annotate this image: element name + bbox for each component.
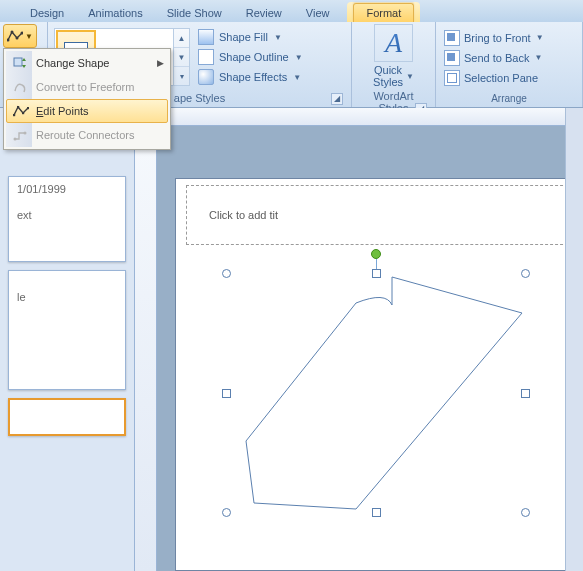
bring-front-icon (444, 30, 460, 46)
shape-fill-label: Shape Fill (219, 31, 268, 43)
chevron-down-icon[interactable]: ▼ (293, 73, 301, 82)
ribbon-tabstrip: Design Animations Slide Show Review View… (0, 0, 583, 22)
menu-convert-freeform-label: Convert to Freeform (36, 81, 134, 93)
menu-change-shape-label: Change Shape (36, 57, 109, 69)
slide-canvas[interactable]: Click to add tit (175, 178, 583, 571)
shape-outline-button[interactable]: Shape Outline ▼ (194, 48, 307, 66)
svg-point-9 (14, 138, 17, 141)
slide-thumbnail[interactable]: le (8, 270, 126, 390)
slide-editor: Click to add tit (135, 108, 583, 571)
edit-shape-menu: Change Shape ▶ Convert to Freeform Edit … (3, 48, 171, 150)
svg-rect-6 (17, 106, 19, 108)
change-shape-icon (11, 54, 29, 72)
slide-thumbnail[interactable] (8, 398, 126, 436)
reroute-icon (11, 126, 29, 144)
shape-effects-button[interactable]: Shape Effects ▼ (194, 68, 307, 86)
quick-styles-label: Quick Styles (373, 64, 403, 88)
tab-animations[interactable]: Animations (76, 4, 154, 22)
edit-shape-button[interactable]: ▼ (3, 24, 37, 48)
shape-outline-label: Shape Outline (219, 51, 289, 63)
tab-format[interactable]: Format (353, 3, 414, 22)
send-back-label: Send to Back (464, 52, 529, 64)
pencil-outline-icon (198, 49, 214, 65)
chevron-down-icon[interactable]: ▼ (406, 72, 414, 81)
resize-handle-e[interactable] (521, 389, 530, 398)
selection-pane-icon (444, 70, 460, 86)
resize-handle-se[interactable] (521, 508, 530, 517)
menu-change-shape[interactable]: Change Shape ▶ (6, 51, 168, 75)
menu-reroute-connectors: Reroute Connectors (6, 123, 168, 147)
shape-effects-label: Shape Effects (219, 71, 287, 83)
chevron-down-icon: ▼ (25, 32, 33, 41)
slide-thumbnail[interactable]: 1/01/1999 ext (8, 176, 126, 262)
shape-format-list: Shape Fill ▼ Shape Outline ▼ Shape Effec… (194, 28, 307, 86)
freeform-shape[interactable] (226, 273, 526, 513)
tab-design[interactable]: Design (18, 4, 76, 22)
selection-pane-button[interactable]: Selection Pane (442, 69, 546, 87)
svg-rect-5 (13, 114, 15, 116)
resize-handle-sw[interactable] (222, 508, 231, 517)
svg-point-2 (16, 37, 19, 40)
quick-styles-button[interactable]: A Quick Styles▼ (373, 24, 414, 88)
menu-convert-freeform: Convert to Freeform (6, 75, 168, 99)
wordart-preview-icon: A (374, 24, 413, 62)
gallery-down[interactable]: ▼ (174, 48, 189, 67)
paint-bucket-icon (198, 29, 214, 45)
tab-review[interactable]: Review (234, 4, 294, 22)
send-back-icon (444, 50, 460, 66)
chevron-down-icon[interactable]: ▼ (295, 53, 303, 62)
resize-handle-ne[interactable] (521, 269, 530, 278)
send-to-back-button[interactable]: Send to Back ▼ (442, 49, 546, 67)
workspace: 1/01/1999 ext le Click to add tit (0, 108, 583, 571)
gallery-more[interactable]: ▾ (174, 67, 189, 85)
selection-pane-label: Selection Pane (464, 72, 538, 84)
ruler-vertical[interactable] (135, 126, 157, 571)
tab-format-contextual: Format (347, 2, 420, 22)
submenu-arrow-icon: ▶ (157, 58, 164, 68)
dialog-launcher-icon[interactable]: ◢ (331, 93, 343, 105)
menu-edit-points[interactable]: Edit Points (6, 99, 168, 123)
slide-thumbnail-pane[interactable]: 1/01/1999 ext le (0, 108, 135, 571)
chevron-down-icon[interactable]: ▼ (274, 33, 282, 42)
menu-edit-points-label: Edit Points (36, 105, 89, 117)
ruler-horizontal[interactable] (157, 108, 583, 126)
tab-slideshow[interactable]: Slide Show (155, 4, 234, 22)
gallery-up[interactable]: ▲ (174, 29, 189, 48)
resize-handle-s[interactable] (372, 508, 381, 517)
svg-rect-7 (22, 112, 24, 114)
group-wordart-styles: A Quick Styles▼ WordArt Styles ◢ (352, 22, 436, 107)
svg-rect-4 (14, 58, 22, 66)
thumb-text: ext (17, 209, 117, 221)
svg-point-1 (11, 31, 14, 34)
tab-view[interactable]: View (294, 4, 342, 22)
effects-icon (198, 69, 214, 85)
convert-freeform-icon (11, 78, 29, 96)
group-label-arrange: Arrange (442, 91, 576, 107)
chevron-down-icon[interactable]: ▼ (536, 33, 544, 42)
resize-handle-n[interactable] (372, 269, 381, 278)
rotation-handle[interactable] (371, 249, 381, 259)
menu-reroute-label: Reroute Connectors (36, 129, 134, 141)
svg-rect-8 (27, 107, 29, 109)
vertical-scrollbar[interactable] (565, 108, 583, 571)
shape-fill-button[interactable]: Shape Fill ▼ (194, 28, 307, 46)
bring-front-label: Bring to Front (464, 32, 531, 44)
group-arrange: Bring to Front ▼ Send to Back ▼ Selectio… (436, 22, 583, 107)
resize-handle-w[interactable] (222, 389, 231, 398)
svg-point-10 (24, 132, 27, 135)
edit-points-icon (12, 102, 30, 120)
title-placeholder[interactable]: Click to add tit (186, 185, 583, 245)
thumb-text: le (17, 291, 117, 303)
thumb-text: 1/01/1999 (17, 183, 117, 195)
edit-shape-icon (7, 30, 23, 42)
selected-shape[interactable] (226, 273, 526, 513)
gallery-scroll: ▲ ▼ ▾ (174, 28, 190, 86)
chevron-down-icon[interactable]: ▼ (534, 53, 542, 62)
bring-to-front-button[interactable]: Bring to Front ▼ (442, 29, 546, 47)
resize-handle-nw[interactable] (222, 269, 231, 278)
title-placeholder-text: Click to add tit (209, 209, 278, 221)
